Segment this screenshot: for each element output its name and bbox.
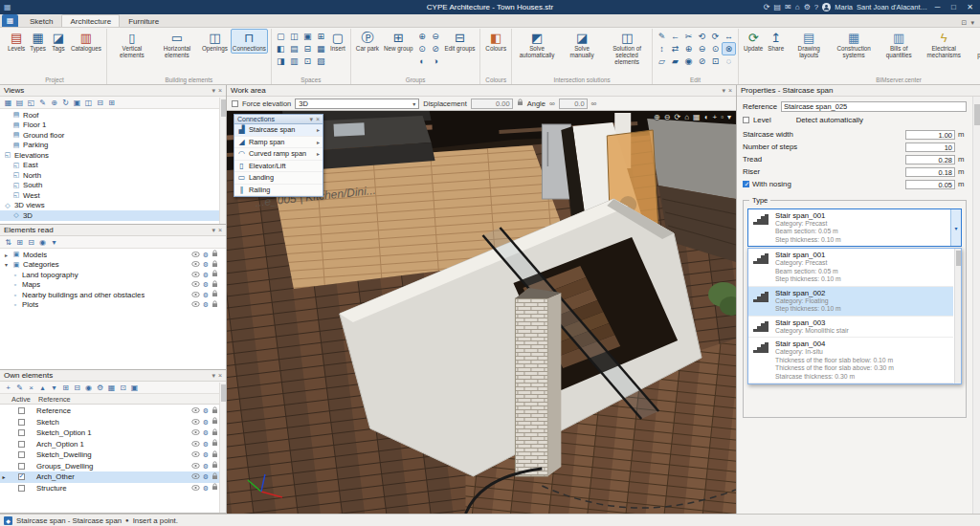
- ribbon-tool-edit-4[interactable]: ⟳: [709, 31, 722, 42]
- gear-icon[interactable]: ⚙: [203, 441, 209, 448]
- panel-close-icon[interactable]: ×: [728, 87, 732, 95]
- collapse-all-icon[interactable]: ⊟: [26, 238, 36, 247]
- ribbon-tool-groups-4[interactable]: ◐: [415, 55, 428, 67]
- field-value-riser[interactable]: 0.18: [905, 167, 955, 177]
- ribbon-tool-groups-1[interactable]: ⊖: [429, 31, 441, 42]
- elements-read-item-plots[interactable]: ▫Plots⚙: [0, 300, 226, 311]
- project-location[interactable]: Sant Joan d'Alacant…: [857, 3, 927, 11]
- gear-icon[interactable]: ⚙: [203, 281, 209, 288]
- ribbon-button-edit-groups[interactable]: ⊟Edit groups: [442, 29, 477, 54]
- connections-item-curved-ramp-span[interactable]: ◠Curved ramp span▸: [234, 148, 323, 161]
- lock-icon[interactable]: [212, 472, 218, 482]
- ribbon-tool-spaces-8[interactable]: ◨: [275, 55, 287, 67]
- move-up-icon[interactable]: ▴: [37, 384, 48, 392]
- link-icon[interactable]: ∞: [549, 99, 555, 108]
- ribbon-tool-spaces-0[interactable]: ▢: [275, 31, 287, 42]
- orbit-icon[interactable]: ⟳: [675, 113, 681, 121]
- eye-icon[interactable]: [191, 484, 200, 493]
- own-element-row-arch-other[interactable]: ▸Arch_Other⚙: [0, 471, 226, 483]
- avatar[interactable]: [822, 3, 831, 11]
- delete-icon[interactable]: ×: [26, 384, 36, 392]
- view-item-elevations[interactable]: ◱Elevations: [0, 150, 226, 161]
- add-icon[interactable]: +: [3, 384, 13, 392]
- type-list-scrollbar[interactable]: [954, 249, 961, 384]
- expand-all-icon[interactable]: ⊞: [106, 99, 117, 107]
- gear-icon[interactable]: ⚙: [203, 463, 209, 470]
- ribbon-button-levels[interactable]: ▤Levels: [6, 29, 27, 54]
- field-value-staircase-width[interactable]: 1.00: [905, 130, 955, 140]
- pan-icon[interactable]: +: [712, 113, 717, 121]
- sort-icon[interactable]: ⇅: [3, 238, 13, 247]
- ribbon-tool-edit-14[interactable]: ◉: [682, 55, 695, 67]
- ribbon-tool-groups-3[interactable]: ⊘: [429, 43, 441, 55]
- panel-menu-icon[interactable]: ▾: [309, 116, 313, 123]
- settings-icon[interactable]: ⚙: [95, 384, 105, 392]
- ribbon-tool-edit-2[interactable]: ✂: [682, 31, 695, 42]
- own-element-row-sketch[interactable]: Sketch⚙: [0, 417, 226, 428]
- lock-icon[interactable]: [212, 450, 218, 460]
- active-checkbox[interactable]: [18, 473, 25, 480]
- ribbon-button-connections[interactable]: ⊓Connections: [231, 29, 268, 54]
- ribbon-button-vertical-elements[interactable]: ▯Vertical elements: [110, 29, 154, 60]
- zoom-out-icon[interactable]: ⊖: [664, 113, 671, 121]
- home-icon[interactable]: ⌂: [795, 3, 800, 11]
- expand-all-icon[interactable]: ⊞: [14, 238, 25, 247]
- tab-architecture[interactable]: Architecture: [61, 14, 120, 27]
- elements-read-item-maps[interactable]: ▫Maps⚙: [0, 280, 226, 291]
- panel-menu-icon[interactable]: ▾: [212, 227, 215, 234]
- view-item-south[interactable]: ◱South: [0, 181, 226, 191]
- lock-icon[interactable]: [212, 406, 218, 416]
- lock-icon[interactable]: [212, 483, 218, 493]
- grid-view-icon[interactable]: ▦: [3, 99, 13, 107]
- messages-icon[interactable]: ✉: [785, 3, 791, 11]
- home-view-icon[interactable]: ⌂: [684, 113, 689, 121]
- ribbon-tool-edit-9[interactable]: ⊖: [696, 43, 708, 55]
- ribbon-button-electrical-mechanisms[interactable]: ϟElectrical mechanisms: [922, 29, 966, 60]
- lock-icon[interactable]: [517, 99, 523, 108]
- with-nosing-checkbox[interactable]: [743, 181, 749, 187]
- user-name[interactable]: Maria: [835, 3, 853, 11]
- gear-icon[interactable]: ⚙: [203, 252, 209, 258]
- view-selector[interactable]: 3D ▾: [295, 99, 419, 109]
- sync-icon[interactable]: ⟳: [764, 3, 770, 11]
- ribbon-tool-spaces-4[interactable]: ◧: [275, 43, 287, 55]
- ribbon-button-construction-systems[interactable]: ▦Construction systems: [832, 29, 876, 60]
- ribbon-button-openings[interactable]: ◫Openings: [200, 29, 230, 54]
- ribbon-button-drawing-layouts[interactable]: ▤Drawing layouts: [787, 29, 831, 60]
- active-checkbox[interactable]: [18, 429, 25, 436]
- panel-close-icon[interactable]: ×: [218, 372, 222, 380]
- shading-icon[interactable]: ◐: [704, 113, 709, 121]
- more-icon[interactable]: ▾: [727, 113, 731, 121]
- displacement-input[interactable]: [471, 99, 513, 109]
- collapse-all-icon[interactable]: ⊟: [72, 384, 82, 392]
- ribbon-tool-spaces-3[interactable]: ⊞: [315, 31, 327, 42]
- own-elements-scrollbar[interactable]: [219, 383, 226, 513]
- eye-icon[interactable]: [191, 462, 200, 471]
- ribbon-button-update[interactable]: ⟳Update: [742, 29, 765, 54]
- ribbon-tool-groups-0[interactable]: ⊕: [415, 31, 428, 42]
- own-element-row-arch-option-1[interactable]: Arch_Option 1⚙: [0, 439, 226, 450]
- connections-item-railing[interactable]: ∥Railing: [234, 185, 323, 197]
- elevation-view-icon[interactable]: ◱: [26, 99, 36, 107]
- eye-icon[interactable]: [191, 291, 200, 299]
- panel-close-icon[interactable]: ×: [218, 227, 222, 234]
- angle-input[interactable]: [559, 99, 588, 109]
- zoom-in-icon[interactable]: ⊕: [654, 113, 660, 121]
- field-value-tread[interactable]: 0.28: [905, 155, 955, 164]
- expander-icon[interactable]: ▾: [3, 261, 10, 268]
- ribbon-tool-spaces-11[interactable]: ▧: [315, 55, 327, 67]
- active-checkbox[interactable]: [18, 451, 25, 458]
- lock-icon[interactable]: [212, 300, 218, 310]
- layers-icon[interactable]: ▣: [129, 384, 140, 392]
- eye-icon[interactable]: [191, 472, 200, 481]
- ribbon-tool-groups-5[interactable]: ◑: [429, 55, 441, 67]
- ribbon-button-insert[interactable]: ▢Insert: [328, 29, 347, 54]
- gear-icon[interactable]: ⚙: [203, 261, 209, 268]
- lock-icon[interactable]: [212, 250, 218, 259]
- connections-item-staircase-span[interactable]: ▟Staircase span▸: [234, 124, 323, 137]
- frame-icon[interactable]: ▫: [721, 113, 724, 121]
- help-icon[interactable]: ?: [814, 3, 818, 11]
- minimize-button[interactable]: ─: [931, 3, 944, 11]
- ribbon-tool-spaces-2[interactable]: ▣: [301, 31, 314, 42]
- eye-icon[interactable]: [191, 418, 200, 427]
